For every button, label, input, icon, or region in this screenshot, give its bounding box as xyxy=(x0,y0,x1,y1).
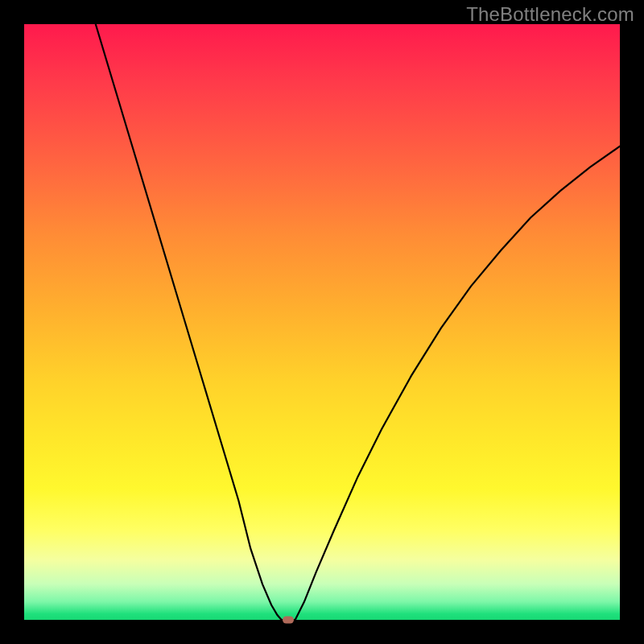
outer-frame: TheBottleneck.com xyxy=(0,0,644,644)
minimum-marker xyxy=(283,617,294,624)
watermark-text: TheBottleneck.com xyxy=(466,3,634,26)
plot-area xyxy=(24,24,620,620)
curve-left-branch xyxy=(96,24,282,620)
curve-right-branch xyxy=(295,147,620,620)
curve-svg xyxy=(24,24,620,620)
